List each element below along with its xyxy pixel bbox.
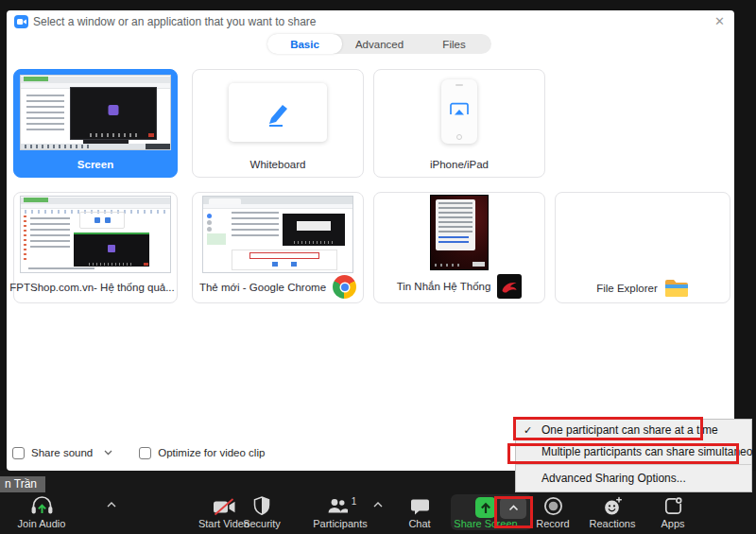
fptshop-thumbnail-preview [20, 196, 171, 273]
headphones-icon [0, 493, 98, 516]
optimize-video-checkbox[interactable] [139, 447, 151, 459]
phone-cast-icon [441, 79, 477, 144]
menu-separator [516, 464, 751, 465]
share-arrow-up-icon [480, 502, 491, 514]
close-icon[interactable]: ✕ [714, 14, 725, 28]
participants-icon: 1 [307, 493, 373, 516]
shield-icon [229, 493, 295, 516]
participants-chevron-icon[interactable] [373, 502, 383, 508]
chat-bubble-icon [387, 493, 453, 516]
share-screen-button[interactable] [475, 497, 496, 518]
share-option-label: iPhone/iPad [374, 159, 544, 170]
join-audio-button[interactable]: Join Audio [0, 493, 98, 529]
participants-count: 1 [352, 496, 357, 507]
share-option-label: File Explorer [596, 283, 658, 294]
screen: Select a window or an application that y… [0, 0, 756, 534]
share-screen-label: Share Screen [438, 518, 533, 529]
share-option-label: Whiteboard [193, 159, 363, 170]
record-icon [520, 493, 586, 516]
apps-icon [640, 493, 706, 516]
menu-item-advanced-sharing-options[interactable]: Advanced Sharing Options... [516, 466, 751, 491]
sharing-options-menu: ✓ One participant can share at a time Mu… [515, 419, 752, 492]
apps-button[interactable]: Apps [640, 493, 706, 529]
share-option-label: Thẻ mới - Google Chrome [199, 282, 326, 293]
smiley-reactions-icon [579, 493, 645, 516]
share-option-iphone-ipad[interactable]: iPhone/iPad [373, 69, 545, 178]
share-screen-options-button[interactable] [500, 497, 526, 519]
share-option-label: FPTShop.com.vn- Hệ thống quả... [9, 282, 175, 293]
checkmark-icon: ✓ [524, 420, 532, 441]
pencil-icon [261, 96, 295, 129]
reactions-button[interactable]: Reactions [579, 493, 645, 529]
dialog-titlebar: Select a window or an application that y… [7, 10, 734, 37]
share-sound-label: Share sound [31, 447, 93, 458]
menu-item-one-participant[interactable]: ✓ One participant can share at a time [516, 420, 751, 441]
chevron-up-icon [508, 505, 519, 511]
share-option-system-message-window[interactable]: Tin Nhắn Hệ Thống [373, 192, 545, 303]
share-sound-chevron-down-icon[interactable] [104, 450, 112, 456]
audio-options-chevron-icon[interactable] [107, 502, 116, 508]
tab-advanced[interactable]: Advanced [342, 34, 417, 54]
share-option-chrome-tab[interactable]: Thẻ mới - Google Chrome [192, 192, 364, 303]
tab-bar: Basic Advanced Files [267, 34, 491, 54]
menu-item-multiple-participants[interactable]: Multiple participants can share simultan… [516, 441, 751, 463]
optimize-video-label: Optimize for video clip [158, 447, 265, 458]
zoom-camera-icon [14, 15, 28, 28]
folder-icon [664, 278, 689, 299]
share-option-whiteboard[interactable]: Whiteboard [192, 69, 364, 178]
tab-files[interactable]: Files [417, 34, 491, 54]
whiteboard-preview [229, 83, 327, 142]
share-dialog: Select a window or an application that y… [7, 10, 734, 471]
dialog-title: Select a window or an application that y… [33, 15, 317, 28]
share-sound-checkbox[interactable] [12, 447, 25, 459]
share-option-label: Tin Nhắn Hệ Thống [397, 281, 491, 292]
participants-button[interactable]: 1 Participants [307, 493, 373, 529]
garena-icon [497, 274, 522, 299]
chrome-icon [333, 275, 356, 299]
share-option-label: Screen [14, 159, 177, 170]
security-button[interactable]: Security [229, 493, 295, 529]
share-option-fptshop-window[interactable]: FPTShop.com.vn- Hệ thống quả... [13, 192, 178, 303]
participant-name-tag: n Trần [0, 476, 45, 492]
share-option-screen[interactable]: Screen [13, 69, 178, 178]
share-footer: Share sound Optimize for video clip [12, 443, 265, 462]
share-option-file-explorer[interactable]: File Explorer [555, 192, 730, 303]
screen-thumbnail-preview [20, 75, 171, 150]
chrome-thumbnail-preview [202, 196, 353, 273]
system-message-thumbnail-preview [430, 195, 489, 270]
tab-basic[interactable]: Basic [267, 34, 342, 54]
